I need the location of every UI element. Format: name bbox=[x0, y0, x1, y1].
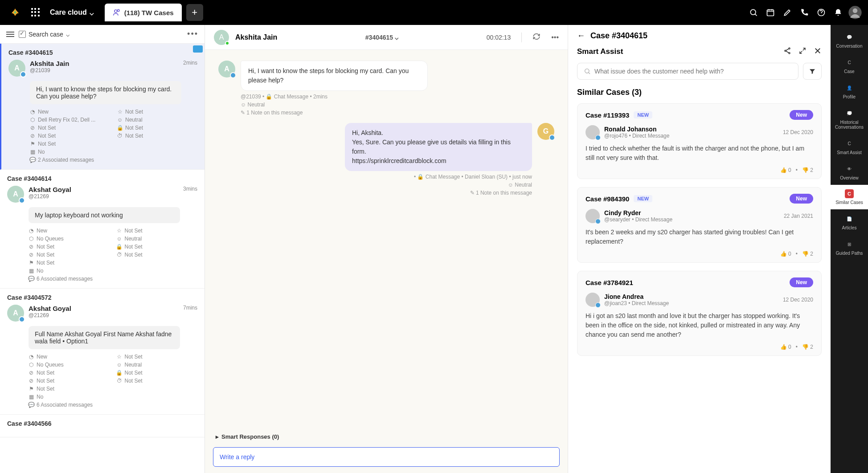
case-card[interactable]: Case #3404566 bbox=[0, 415, 205, 437]
workspace-dropdown[interactable]: Care cloud ⌵ bbox=[45, 8, 98, 17]
thumbs-up-icon[interactable]: 👍 0 bbox=[780, 344, 791, 350]
vote-footer: 👍 0• 👎 2 bbox=[585, 167, 813, 173]
help-icon[interactable] bbox=[813, 4, 830, 21]
rail-icon: C bbox=[844, 139, 854, 148]
rail-item-profile[interactable]: 👤Profile bbox=[831, 78, 868, 104]
svg-point-8 bbox=[785, 50, 786, 52]
rail-label: Articles bbox=[842, 225, 857, 230]
case-id-dropdown[interactable]: #3404615 ⌵ bbox=[365, 34, 398, 41]
add-tab-button[interactable]: + bbox=[186, 4, 203, 21]
rail-icon: 💬 bbox=[844, 32, 854, 42]
svg-point-0 bbox=[114, 10, 117, 12]
case-header: Case #3404615 bbox=[590, 31, 647, 41]
case-card[interactable]: Case #3404614 A Akshat Goyal @21269 3min… bbox=[0, 170, 205, 289]
rail-icon: 💭 bbox=[844, 108, 854, 118]
similar-case-id: Case #3784921 bbox=[585, 279, 633, 286]
phone-icon[interactable] bbox=[796, 4, 813, 21]
case-contact-handle: @21039 bbox=[30, 67, 69, 73]
rail-icon: 👤 bbox=[844, 83, 854, 93]
chevron-down-icon: ⌵ bbox=[66, 31, 70, 38]
case-contact-name: Akshita Jain bbox=[30, 60, 69, 67]
case-contact-handle: @21269 bbox=[29, 312, 71, 318]
rail-item-overview[interactable]: 👁Overview bbox=[831, 159, 868, 185]
right-rail: 💬ConversationCCase👤Profile💭Historical Co… bbox=[831, 25, 868, 473]
rail-label: Smart Assist bbox=[837, 150, 862, 155]
search-icon[interactable] bbox=[745, 4, 762, 21]
rail-item-case[interactable]: CCase bbox=[831, 53, 868, 78]
search-case-dropdown[interactable]: Search case ⌵ bbox=[19, 31, 70, 38]
case-time: 3mins bbox=[183, 186, 197, 192]
rail-item-historical-conversations[interactable]: 💭Historical Conversations bbox=[831, 104, 868, 134]
thumbs-up-icon[interactable]: 👍 0 bbox=[780, 251, 791, 257]
filter-button[interactable] bbox=[803, 63, 822, 80]
hamburger-icon[interactable] bbox=[6, 32, 14, 37]
similar-case-date: 12 Dec 2020 bbox=[783, 297, 813, 303]
smart-responses-toggle[interactable]: ▸ Smart Responses (0) bbox=[205, 429, 568, 444]
case-contact-handle: @21269 bbox=[29, 193, 71, 200]
new-badge: NEW bbox=[634, 195, 652, 202]
search-icon bbox=[584, 68, 591, 75]
similar-user-handle: @jioan23 • Direct Message bbox=[604, 300, 669, 306]
issue-search-input[interactable] bbox=[577, 63, 798, 80]
thumbs-down-icon[interactable]: 👎 2 bbox=[802, 167, 813, 173]
case-card[interactable]: Case #3404572 A Akshat Goyal @21269 7min… bbox=[0, 289, 205, 415]
contact-name: Akshita Jain bbox=[235, 33, 277, 41]
share-icon[interactable] bbox=[783, 47, 791, 57]
similar-user-name: Cindy Ryder bbox=[604, 209, 672, 216]
avatar: A bbox=[7, 186, 24, 203]
reply-input[interactable] bbox=[220, 453, 553, 461]
similar-user-handle: @searyder • Direct Message bbox=[604, 216, 672, 223]
rail-icon: 📄 bbox=[844, 214, 854, 224]
message-row: A Hi, I want to know the steps for block… bbox=[218, 61, 554, 91]
vote-footer: 👍 0• 👎 2 bbox=[585, 344, 813, 350]
case-list-panel: Search case ⌵ ••• Case #3404615 A Akshit… bbox=[0, 25, 205, 473]
bell-icon[interactable] bbox=[830, 4, 847, 21]
more-icon[interactable]: ••• bbox=[187, 29, 198, 39]
similar-case-card[interactable]: Case #984390 NEW New Cindy Ryder @searyd… bbox=[577, 187, 822, 263]
rail-icon: C bbox=[845, 189, 854, 198]
edit-icon[interactable] bbox=[779, 4, 796, 21]
rail-item-smart-assist[interactable]: CSmart Assist bbox=[831, 134, 868, 159]
close-icon[interactable] bbox=[814, 47, 822, 57]
case-preview: Full Name Akshat Goyal First Name Akshat… bbox=[29, 326, 180, 349]
user-avatar[interactable] bbox=[847, 4, 864, 21]
back-arrow-icon[interactable]: ← bbox=[577, 31, 585, 41]
thumbs-down-icon[interactable]: 👎 2 bbox=[802, 251, 813, 257]
more-icon[interactable]: ••• bbox=[551, 33, 559, 41]
svg-point-6 bbox=[853, 8, 858, 13]
checkbox-icon bbox=[19, 31, 26, 38]
rail-item-guided-paths[interactable]: ⊞Guided Paths bbox=[831, 235, 868, 260]
refresh-icon[interactable] bbox=[532, 33, 540, 42]
case-list-header: Search case ⌵ ••• bbox=[0, 25, 205, 44]
similar-user-name: Jione Andrea bbox=[604, 293, 669, 300]
expand-icon[interactable] bbox=[798, 47, 807, 57]
chevron-down-icon: ⌵ bbox=[90, 8, 94, 17]
similar-user-handle: @rojo476 • Direct Message bbox=[604, 133, 669, 139]
caret-right-icon: ▸ bbox=[216, 433, 219, 440]
reply-flag-icon bbox=[193, 45, 203, 53]
apps-grid-icon[interactable] bbox=[31, 8, 40, 17]
similar-case-body: Hi i got an s20 last month and love it b… bbox=[585, 311, 813, 339]
rail-item-conversation[interactable]: 💬Conversation bbox=[831, 28, 868, 53]
svg-rect-3 bbox=[767, 10, 774, 16]
avatar: G bbox=[537, 123, 554, 140]
avatar: A bbox=[218, 61, 235, 77]
active-tab[interactable]: (118) TW Cases bbox=[105, 4, 182, 21]
message-meta: @21039 • 🔒 Chat Message • 2mins ☺ Neutra… bbox=[241, 94, 554, 116]
rail-item-articles[interactable]: 📄Articles bbox=[831, 209, 868, 235]
thumbs-down-icon[interactable]: 👎 2 bbox=[802, 344, 813, 350]
similar-case-card[interactable]: Case #3784921 New Jione Andrea @jioan23 … bbox=[577, 271, 822, 356]
case-contact-name: Akshat Goyal bbox=[29, 305, 71, 312]
reply-input-container[interactable] bbox=[213, 447, 560, 467]
calendar-icon[interactable] bbox=[762, 4, 779, 21]
rail-label: Overview bbox=[840, 175, 859, 180]
rail-label: Historical Conversations bbox=[832, 120, 866, 130]
rail-item-similar-cases[interactable]: CSimilar Cases bbox=[831, 185, 868, 209]
case-card[interactable]: Case #3404615 A Akshita Jain @21039 2min… bbox=[0, 44, 205, 170]
case-id: Case #3404614 bbox=[7, 175, 197, 182]
thumbs-up-icon[interactable]: 👍 0 bbox=[780, 167, 791, 173]
case-time: 2mins bbox=[183, 60, 197, 66]
similar-case-card[interactable]: Case #119393 NEW New Ronald Johanson @ro… bbox=[577, 103, 822, 179]
case-time: 7mins bbox=[183, 305, 197, 311]
tab-label: (118) TW Cases bbox=[124, 9, 174, 16]
